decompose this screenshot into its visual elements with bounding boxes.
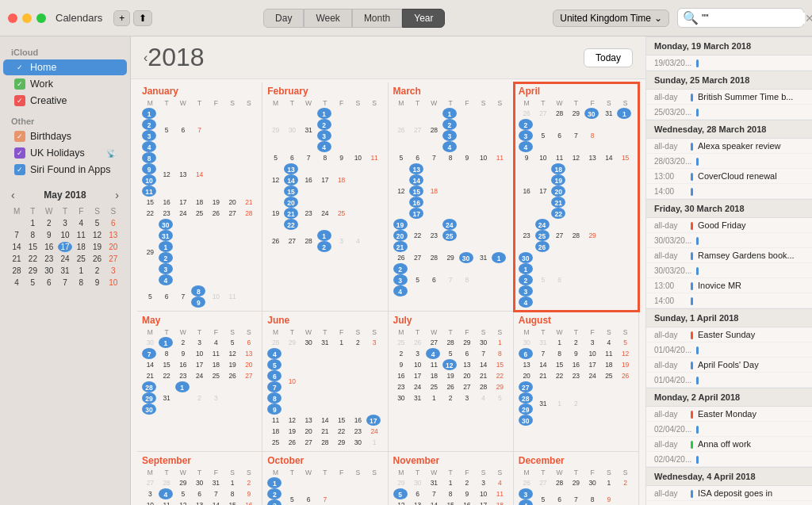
grid-day[interactable]: 26 bbox=[224, 370, 241, 381]
grid-day[interactable]: 3 bbox=[393, 274, 408, 285]
sidebar-item-uk-holidays[interactable]: ✓ UK Holidays 📡 bbox=[3, 145, 127, 161]
grid-day[interactable]: 27 bbox=[409, 108, 426, 152]
grid-day[interactable]: 8 bbox=[142, 152, 156, 163]
grid-day[interactable]: 20 bbox=[519, 370, 535, 381]
grid-day[interactable]: 13 bbox=[301, 415, 317, 426]
grid-day[interactable]: 25 bbox=[208, 370, 224, 381]
grid-day[interactable]: 17 bbox=[317, 163, 334, 197]
grid-day[interactable]: 5 bbox=[442, 348, 459, 359]
grid-day[interactable]: 23 bbox=[350, 426, 366, 437]
grid-day[interactable]: 7 bbox=[267, 381, 282, 392]
grid-day[interactable]: 1 bbox=[426, 392, 442, 404]
mini-cal-day[interactable]: 2 bbox=[42, 218, 56, 228]
grid-day[interactable]: 18 bbox=[426, 370, 442, 381]
grid-day[interactable]: 20 bbox=[224, 197, 241, 208]
grid-day[interactable]: 2 bbox=[175, 337, 192, 348]
grid-day[interactable]: 28 bbox=[142, 381, 156, 392]
mini-cal-day[interactable] bbox=[10, 218, 24, 228]
grid-day[interactable]: 10 bbox=[142, 174, 156, 186]
mini-cal-day[interactable]: 10 bbox=[58, 230, 72, 240]
grid-day[interactable]: 30 bbox=[475, 337, 492, 348]
grid-day[interactable]: 6 bbox=[409, 488, 426, 499]
grid-day[interactable]: 3 bbox=[333, 230, 350, 252]
grid-day[interactable]: 26 bbox=[535, 241, 550, 252]
grid-day[interactable]: 6 bbox=[175, 108, 192, 152]
grid-day[interactable]: 3 bbox=[366, 337, 383, 348]
mini-cal-day[interactable]: 3 bbox=[58, 218, 72, 228]
grid-day[interactable]: 6 bbox=[241, 337, 258, 348]
grid-day[interactable]: 28 bbox=[159, 477, 175, 488]
grid-day[interactable]: 11 bbox=[142, 186, 156, 197]
grid-day[interactable]: 21 bbox=[535, 370, 552, 381]
grid-day[interactable]: 29 bbox=[142, 219, 159, 285]
grid-day[interactable]: 23 bbox=[393, 381, 410, 392]
grid-day[interactable]: 4 bbox=[317, 141, 331, 152]
grid-day[interactable]: 17 bbox=[409, 370, 426, 381]
mini-cal-day[interactable]: 9 bbox=[90, 277, 104, 288]
grid-day[interactable]: 9 bbox=[267, 404, 282, 415]
search-input[interactable] bbox=[702, 13, 805, 24]
grid-day[interactable]: 1 bbox=[142, 108, 156, 119]
grid-day[interactable]: 4 bbox=[393, 285, 408, 296]
grid-day[interactable]: 27 bbox=[241, 370, 258, 381]
mini-cal-day[interactable]: 11 bbox=[74, 230, 88, 240]
grid-day[interactable]: 25 bbox=[267, 437, 284, 448]
mini-cal-day[interactable]: 5 bbox=[25, 277, 40, 288]
mini-cal-day[interactable]: 31 bbox=[58, 266, 72, 276]
grid-day[interactable]: 31 bbox=[409, 392, 426, 404]
mini-cal-day[interactable]: 3 bbox=[106, 266, 121, 276]
grid-day[interactable]: 6 bbox=[519, 348, 533, 359]
tab-month[interactable]: Month bbox=[352, 9, 402, 28]
grid-day[interactable]: 27 bbox=[535, 108, 552, 119]
grid-day[interactable]: 29 bbox=[333, 437, 350, 448]
grid-day[interactable]: 12 bbox=[393, 499, 410, 505]
grid-day[interactable]: 7 bbox=[426, 152, 442, 163]
event-item[interactable]: all-dayAlexa speaker review bbox=[646, 139, 812, 154]
grid-day[interactable]: 14 bbox=[475, 359, 492, 370]
grid-day[interactable]: 14 bbox=[317, 415, 334, 426]
grid-day[interactable]: 29 bbox=[568, 477, 584, 488]
grid-day[interactable]: 20 bbox=[241, 359, 258, 370]
grid-day[interactable]: 5 bbox=[142, 285, 159, 308]
grid-day[interactable]: 6 bbox=[551, 119, 568, 152]
grid-day[interactable]: 14 bbox=[284, 174, 298, 186]
grid-day[interactable]: 10 bbox=[284, 348, 301, 415]
grid-day[interactable]: 2 bbox=[317, 241, 331, 252]
grid-day[interactable]: 1 bbox=[366, 437, 383, 448]
sidebar-item-work[interactable]: ✓ Work bbox=[3, 76, 127, 92]
grid-day[interactable]: 8 bbox=[584, 488, 601, 505]
grid-day[interactable]: 16 bbox=[241, 499, 258, 505]
grid-day[interactable]: 7 bbox=[535, 348, 552, 359]
grid-day[interactable]: 30 bbox=[519, 415, 533, 426]
grid-day[interactable]: 2 bbox=[442, 392, 459, 404]
grid-day[interactable]: 10 bbox=[208, 285, 224, 308]
grid-day[interactable]: 11 bbox=[366, 152, 383, 163]
tab-week[interactable]: Week bbox=[304, 9, 351, 28]
grid-day[interactable]: 25 bbox=[601, 370, 618, 381]
grid-day[interactable]: 12 bbox=[267, 163, 284, 197]
grid-day[interactable]: 1 bbox=[442, 477, 459, 488]
grid-day[interactable]: 24 bbox=[317, 197, 334, 230]
grid-day[interactable]: 11 bbox=[426, 359, 442, 370]
grid-day[interactable]: 4 bbox=[492, 477, 508, 488]
grid-day[interactable]: 1 bbox=[519, 263, 533, 274]
grid-day[interactable]: 25 bbox=[191, 208, 208, 219]
grid-day[interactable]: 26 bbox=[267, 230, 284, 252]
grid-day[interactable]: 14 bbox=[142, 359, 159, 370]
grid-day[interactable]: 22 bbox=[551, 370, 568, 381]
event-item[interactable]: 02/04/20... bbox=[646, 422, 812, 437]
grid-day[interactable]: 24 bbox=[191, 370, 208, 381]
grid-day[interactable]: 27 bbox=[535, 477, 552, 488]
grid-day[interactable]: 15 bbox=[333, 415, 350, 426]
grid-day[interactable]: 6 bbox=[159, 285, 175, 308]
mini-cal-day[interactable]: 12 bbox=[90, 230, 104, 240]
grid-day[interactable]: 18 bbox=[601, 359, 618, 370]
grid-day[interactable]: 7 bbox=[317, 477, 334, 505]
grid-day[interactable]: 24 bbox=[584, 370, 601, 381]
close-button[interactable] bbox=[8, 13, 17, 23]
grid-day[interactable]: 15 bbox=[617, 152, 634, 163]
grid-day[interactable]: 4 bbox=[426, 348, 440, 359]
grid-day[interactable]: 23 bbox=[159, 208, 175, 219]
grid-day[interactable]: 29 bbox=[442, 252, 459, 263]
grid-day[interactable]: 27 bbox=[284, 230, 301, 252]
